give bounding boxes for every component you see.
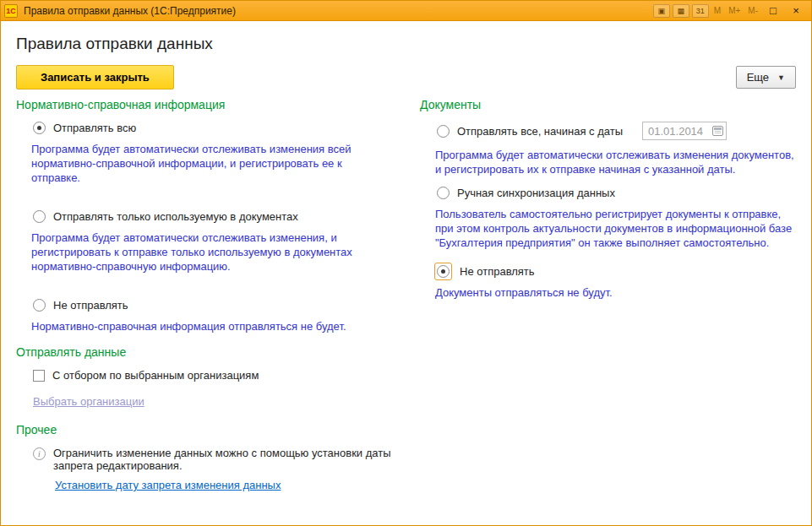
radio-button[interactable] bbox=[437, 125, 450, 138]
radio-button[interactable] bbox=[33, 122, 46, 134]
radio-label[interactable]: Не отправлять bbox=[53, 299, 128, 312]
memory-m-minus-button[interactable]: М- bbox=[745, 6, 760, 15]
set-date-ban-link[interactable]: Установить дату запрета изменения данных bbox=[55, 479, 281, 491]
option-note: Документы отправляться не будут. bbox=[435, 285, 796, 300]
save-and-close-button[interactable]: Записать и закрыть bbox=[16, 65, 174, 89]
memory-m-plus-button[interactable]: М+ bbox=[726, 6, 743, 15]
radio-row-nsi-send-used[interactable]: Отправлять только используемую в докумен… bbox=[33, 210, 398, 223]
radio-row-nsi-dont-send[interactable]: Не отправлять bbox=[33, 299, 398, 312]
select-organizations-link[interactable]: Выбрать организации bbox=[33, 395, 144, 408]
columns: Нормативно-справочная информация Отправл… bbox=[16, 96, 796, 492]
radio-label[interactable]: Не отправлять bbox=[460, 265, 535, 278]
app-window: 1С Правила отправки данных (1С:Предприят… bbox=[0, 0, 812, 526]
radio-label[interactable]: Отправлять все, начиная с даты bbox=[457, 125, 623, 138]
info-icon: i bbox=[33, 447, 46, 460]
info-text: Ограничить изменение данных можно с помо… bbox=[53, 447, 398, 472]
option-note: Программа будет автоматически отслеживат… bbox=[31, 230, 376, 274]
radio-row-docs-send-from-date[interactable]: Отправлять все, начиная с даты bbox=[437, 122, 796, 140]
radio-button[interactable] bbox=[437, 265, 450, 278]
service-window-icon[interactable]: ▣ bbox=[653, 4, 670, 18]
checkbox[interactable] bbox=[33, 370, 45, 382]
column-documents: Документы Отправлять все, начиная с даты… bbox=[420, 96, 796, 492]
start-date-input[interactable] bbox=[648, 125, 704, 138]
radio-button[interactable] bbox=[33, 210, 46, 223]
column-reference-info: Нормативно-справочная информация Отправл… bbox=[16, 96, 398, 492]
section-heading-send-data: Отправлять данные bbox=[16, 345, 398, 359]
calculator-icon[interactable]: ▦ bbox=[673, 4, 689, 18]
radio-label[interactable]: Отправлять всю bbox=[53, 122, 136, 134]
titlebar-buttons: ▣ ▦ 31 М М+ М- □ × bbox=[653, 3, 806, 19]
option-note: Программа будет автоматически отслеживат… bbox=[435, 148, 796, 176]
more-button-label: Еще bbox=[747, 71, 769, 84]
option-note: Нормативно-справочная информация отправл… bbox=[31, 319, 376, 333]
checkbox-label[interactable]: С отбором по выбранным организациям bbox=[52, 369, 259, 382]
close-button[interactable]: × bbox=[786, 3, 806, 19]
section-heading-nsi: Нормативно-справочная информация bbox=[16, 98, 398, 111]
focus-ring bbox=[434, 263, 452, 280]
toolbar: Записать и закрыть Еще ▼ bbox=[16, 65, 796, 89]
chevron-down-icon: ▼ bbox=[777, 73, 785, 82]
option-note: Пользователь самостоятельно регистрирует… bbox=[435, 207, 796, 250]
radio-row-docs-manual-sync[interactable]: Ручная синхронизация данных bbox=[437, 187, 796, 199]
radio-row-nsi-send-all[interactable]: Отправлять всю bbox=[33, 122, 398, 134]
titlebar: 1С Правила отправки данных (1С:Предприят… bbox=[1, 1, 811, 21]
window-title: Правила отправки данных (1С:Предприятие) bbox=[24, 5, 236, 17]
form-content: Правила отправки данных Записать и закры… bbox=[1, 21, 811, 525]
radio-button[interactable] bbox=[33, 299, 46, 312]
radio-button[interactable] bbox=[437, 187, 450, 199]
page-title: Правила отправки данных bbox=[16, 35, 796, 53]
calendar-picker-icon[interactable] bbox=[712, 126, 723, 136]
start-date-field[interactable] bbox=[642, 122, 727, 140]
more-button[interactable]: Еще ▼ bbox=[736, 66, 796, 89]
radio-label[interactable]: Ручная синхронизация данных bbox=[457, 187, 615, 199]
checkbox-row-filter-by-org[interactable]: С отбором по выбранным организациям bbox=[33, 369, 398, 382]
option-note: Программа будет автоматически отслеживат… bbox=[31, 142, 376, 185]
1c-logo-icon: 1С bbox=[4, 4, 18, 18]
radio-label[interactable]: Отправлять только используемую в докумен… bbox=[53, 210, 298, 223]
calendar-icon[interactable]: 31 bbox=[692, 4, 709, 18]
maximize-button[interactable]: □ bbox=[763, 3, 783, 19]
memory-m-button[interactable]: М bbox=[711, 6, 723, 15]
section-heading-other: Прочее bbox=[16, 423, 398, 437]
section-heading-documents: Документы bbox=[420, 98, 796, 111]
info-row: i Ограничить изменение данных можно с по… bbox=[33, 447, 398, 472]
radio-row-docs-dont-send[interactable]: Не отправлять bbox=[437, 265, 796, 278]
